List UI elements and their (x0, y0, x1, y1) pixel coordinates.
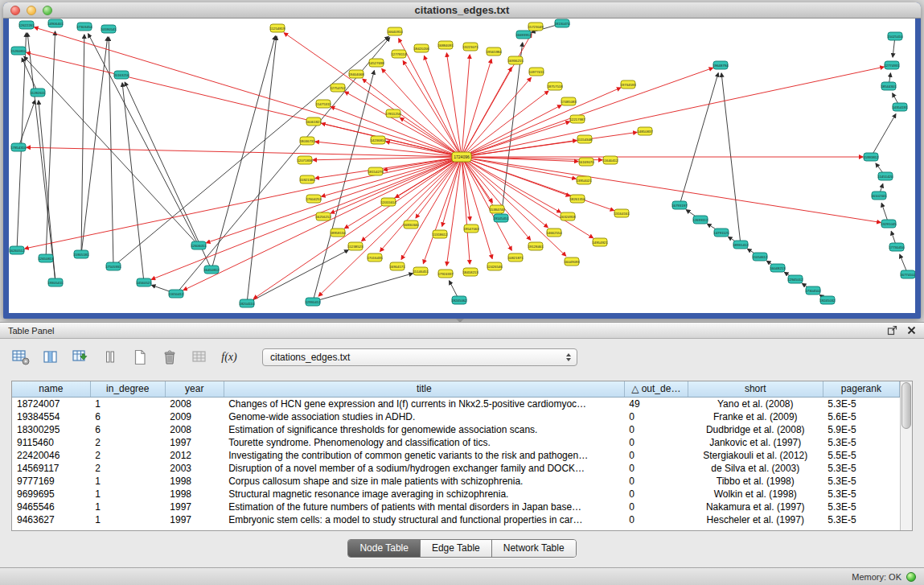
graph-node[interactable]: 13164161 (614, 209, 630, 217)
graph-node[interactable]: 17730450 (889, 243, 905, 251)
table-row[interactable]: 1938455462009Genome-wide association stu… (12, 410, 900, 423)
graph-node[interactable]: 14527698 (368, 59, 384, 67)
graph-node[interactable]: 19404068 (348, 70, 364, 78)
function-builder-icon[interactable]: f(x) (220, 348, 239, 366)
graph-node[interactable]: 12930412 (305, 298, 321, 306)
graph-node[interactable]: 10977411 (529, 68, 544, 76)
graph-node[interactable]: 15475311 (316, 100, 331, 108)
graph-node[interactable]: 14560521 (136, 278, 152, 286)
float-panel-icon[interactable] (887, 325, 897, 336)
graph-node[interactable]: 16450812 (203, 266, 220, 274)
graph-node[interactable]: 19734593 (620, 80, 636, 89)
graph-node[interactable]: 19648794 (713, 61, 729, 69)
graph-node[interactable]: 12622261 (18, 21, 35, 29)
graph-node[interactable]: 17505931 (105, 262, 121, 270)
graph-node[interactable]: 12071836 (297, 156, 313, 164)
graph-node[interactable]: 17485083 (561, 97, 577, 105)
table-scrollbar[interactable] (900, 381, 912, 530)
column-header-short[interactable]: short (688, 381, 823, 397)
graph-node[interactable]: 12945012 (787, 275, 803, 283)
graph-node[interactable]: 16904171 (389, 262, 405, 270)
graph-node[interactable]: 16324918 (560, 212, 576, 220)
graph-node[interactable]: 16774102 (900, 270, 915, 278)
graph-node[interactable]: 18958134 (330, 229, 346, 237)
column-header-name[interactable]: name (12, 381, 90, 397)
graph-node[interactable]: 11451420 (878, 172, 893, 180)
graph-node[interactable]: 18931412 (733, 241, 749, 249)
graph-node[interactable]: 10821871 (507, 253, 524, 262)
graph-node[interactable]: 14954921 (592, 238, 608, 246)
table-row[interactable]: 911546021997Tourette syndrome. Phenomeno… (12, 436, 900, 449)
graph-node[interactable]: 12606051 (191, 241, 207, 249)
table-row[interactable]: 946362711997Embryonic stem cells: a mode… (12, 513, 900, 526)
graph-node[interactable]: 12650813 (38, 254, 54, 262)
network-graph[interactable]: 1616907011154348122179871748508318757518… (9, 19, 915, 313)
tab-network-table[interactable]: Network Table (492, 540, 576, 557)
graph-node[interactable]: 15384740 (489, 205, 505, 213)
graph-node[interactable]: 16640910 (387, 27, 403, 35)
column-header-out_degree[interactable]: △ out_de… (624, 381, 688, 397)
graph-node[interactable]: 15025410 (887, 32, 903, 40)
graph-node[interactable]: 11318612 (433, 230, 448, 238)
graph-node[interactable]: 14850837 (637, 127, 653, 135)
graph-node[interactable]: 19245032 (819, 296, 836, 304)
table-row[interactable]: 2242004622012Investigating the contribut… (12, 449, 900, 462)
graph-node[interactable]: 16048213 (770, 264, 786, 272)
zoom-window-button[interactable] (43, 6, 52, 15)
graph-node[interactable]: 13954021 (576, 176, 592, 184)
graph-node[interactable]: 16830340 (403, 220, 419, 229)
compact-columns-icon[interactable] (101, 348, 120, 366)
graph-node[interactable]: 14354191 (892, 103, 908, 111)
graph-node[interactable]: 19128461 (528, 242, 544, 250)
graph-node[interactable]: 19565984 (486, 47, 502, 56)
delete-table-icon[interactable] (160, 348, 179, 366)
show-columns-icon[interactable] (41, 348, 60, 366)
close-panel-icon[interactable] (907, 326, 916, 335)
graph-node[interactable]: 11054612 (753, 253, 768, 261)
graph-node[interactable]: 11238523 (348, 242, 363, 250)
graph-node[interactable]: 17604253 (306, 195, 322, 203)
graph-node[interactable]: 18204110 (240, 299, 255, 307)
graph-node[interactable]: 12693112 (693, 216, 708, 224)
graph-node[interactable]: 15723049 (528, 23, 544, 31)
table-selector-dropdown[interactable]: citations_edges.txt (262, 348, 577, 366)
table-options-icon[interactable] (11, 348, 31, 366)
table-row[interactable]: 969969511998Structural magnetic resonanc… (12, 488, 900, 501)
graph-node[interactable]: 19547063 (463, 225, 479, 233)
graph-node[interactable]: 18458213 (462, 268, 478, 276)
graph-node[interactable]: 11154348 (577, 135, 593, 143)
graph-node[interactable]: 20163216 (113, 71, 129, 79)
graph-node[interactable]: 18036731 (299, 137, 315, 145)
column-header-pagerank[interactable]: pagerank (823, 381, 899, 397)
graph-node[interactable]: 15905181 (73, 250, 89, 258)
graph-node[interactable]: 14662554 (546, 229, 562, 237)
graph-node[interactable]: 14791125 (714, 229, 729, 237)
table-row[interactable]: 1830029562008Estimation of significance … (12, 423, 900, 436)
graph-node[interactable]: 16061821 (306, 117, 322, 126)
table-row[interactable]: 1872400712008Changes of HCN gene express… (12, 397, 900, 410)
graph-node[interactable]: 13223071 (462, 43, 478, 51)
graph-node[interactable]: 12055614 (380, 198, 396, 206)
column-header-in_degree[interactable]: in_degree (90, 381, 165, 397)
graph-node[interactable]: 13291045 (881, 220, 897, 228)
table-row[interactable]: 977716911998Corpus callosum shape and si… (12, 475, 900, 488)
merge-table-icon[interactable] (190, 348, 209, 366)
close-window-button[interactable] (10, 6, 20, 15)
graph-node[interactable]: 18154276 (368, 167, 384, 175)
graph-node[interactable]: 11640412 (603, 156, 618, 164)
network-window-titlebar[interactable]: citations_edges.txt (3, 2, 921, 19)
table-row[interactable]: 1456911722003Disruption of a novel membe… (12, 462, 900, 475)
graph-node[interactable]: 19245062 (451, 296, 467, 304)
network-canvas[interactable]: 1616907011154348122179871748508318757518… (9, 19, 915, 313)
graph-node[interactable]: 11650412 (169, 290, 184, 298)
tab-node-table[interactable]: Node Table (348, 540, 421, 557)
graph-node[interactable]: 16169070 (578, 158, 594, 166)
graph-node[interactable]: 14906401 (47, 19, 64, 27)
graph-node[interactable]: 17303454 (76, 23, 92, 31)
table-row[interactable]: 946554611997Estimation of the future num… (12, 501, 900, 513)
graph-node[interactable]: 16693912 (515, 31, 532, 39)
graph-node[interactable]: 12774931 (884, 61, 900, 69)
graph-node[interactable]: 11282611 (31, 89, 46, 97)
graph-node[interactable]: 16884091 (437, 41, 454, 49)
tab-edge-table[interactable]: Edge Table (421, 540, 492, 557)
